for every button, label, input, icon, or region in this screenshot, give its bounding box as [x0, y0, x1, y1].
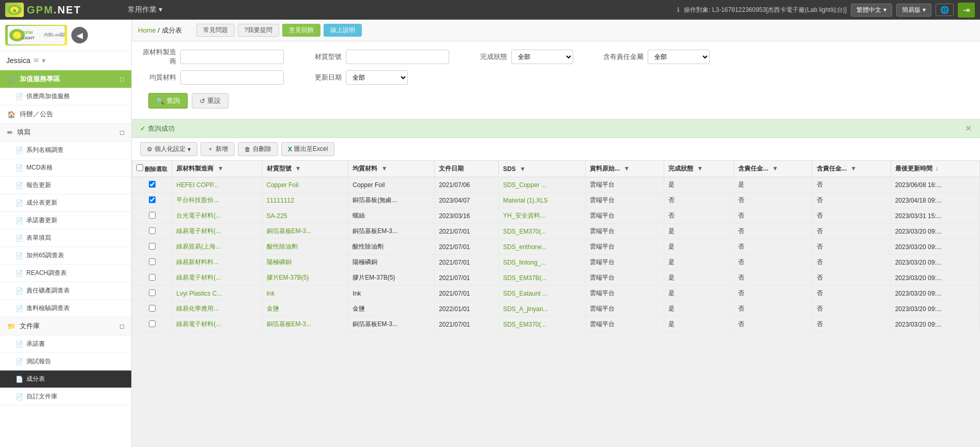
sidebar-back-btn[interactable]: ◀ — [71, 27, 88, 43]
filter-icon[interactable]: ▼ — [519, 165, 526, 173]
row-checkbox[interactable] — [149, 305, 156, 312]
material-type-link[interactable]: Copper Foil — [267, 181, 299, 189]
sidebar-item-report-update[interactable]: 📄 報告更新 — [0, 177, 131, 194]
sidebar-item-pending[interactable]: 🏠 待辦／公告 — [0, 105, 131, 124]
sidebar-item-supplier-service[interactable]: 📄 供應商加值服務 — [0, 88, 131, 105]
material-type-link[interactable]: 11111112 — [267, 197, 294, 204]
sds-link[interactable]: YH_安全資料... — [503, 212, 545, 219]
filter-icon[interactable]: ▼ — [624, 165, 630, 172]
exit-btn[interactable]: ⇥ — [958, 3, 975, 18]
feedback-btn[interactable]: 意見回饋 — [282, 24, 320, 37]
manufacturer-link[interactable]: 綠易新材料料... — [176, 258, 219, 266]
sidebar-item-formula-table[interactable]: 📄 成分表 — [0, 371, 131, 388]
material-type-input[interactable] — [346, 50, 449, 64]
sidebar-item-commitment-doc[interactable]: 📄 承諾書 — [0, 335, 131, 353]
sort-icon[interactable]: ↓ — [935, 165, 938, 172]
material-type-link[interactable]: SA-225 — [267, 212, 287, 220]
row-responsible-metal-2: 否 — [812, 270, 891, 286]
manufacturer-link[interactable]: 綠易化學應用... — [176, 305, 219, 312]
material-type-link[interactable]: 銅箔基板EM-3... — [267, 227, 312, 235]
row-checkbox[interactable] — [149, 274, 156, 281]
sidebar-item-responsible[interactable]: 📄 責任礦產調查表 — [0, 282, 131, 300]
material-type-link[interactable]: Ink — [267, 290, 275, 297]
delete-btn[interactable]: 🗑 自刪除 — [238, 142, 278, 156]
filter-icon[interactable]: ▼ — [295, 165, 301, 172]
reset-btn[interactable]: ↺ 重設 — [192, 93, 228, 109]
sidebar-section-doc-lib[interactable]: 📁 文件庫 □ — [0, 317, 131, 335]
sds-link[interactable]: SDS_A_jinyan... — [503, 305, 548, 313]
row-checkbox[interactable] — [149, 196, 156, 203]
filter-icon[interactable]: ▼ — [850, 165, 856, 172]
help-btn[interactable]: 線上說明 — [324, 24, 362, 37]
row-checkbox[interactable] — [149, 181, 156, 188]
sds-link[interactable]: Material (1).XLS — [503, 197, 548, 204]
add-btn[interactable]: ＋ 新增 — [201, 142, 235, 156]
material-type-link[interactable]: 金鹽 — [267, 305, 279, 312]
personalize-btn[interactable]: ⚙ 個人化設定 ▾ — [140, 142, 197, 156]
complete-status-select[interactable]: 全部 是 否 — [511, 50, 573, 64]
filter-icon[interactable]: ▼ — [218, 165, 224, 172]
row-checkbox[interactable] — [149, 320, 156, 327]
sidebar-item-commitment-update[interactable]: 📄 承諾書更新 — [0, 212, 131, 229]
row-checkbox[interactable] — [149, 243, 156, 250]
manufacturer-input[interactable] — [180, 50, 284, 64]
manufacturer-link[interactable]: 綠易電子材料(... — [176, 274, 221, 281]
homogeneous-input[interactable] — [180, 70, 284, 85]
row-checkbox[interactable] — [149, 227, 156, 234]
sidebar-item-formula-update[interactable]: 📄 成分表更新 — [0, 194, 131, 212]
row-checkbox[interactable] — [149, 258, 156, 265]
row-checkbox[interactable] — [149, 289, 156, 296]
material-type-link[interactable]: 陽極磷銅 — [267, 258, 292, 266]
globe-btn[interactable]: 🌐 — [936, 4, 954, 16]
sidebar-item-mcd[interactable]: 📄 MCD表格 — [0, 159, 131, 177]
manufacturer-link[interactable]: 綠易貿易(上海... — [176, 243, 221, 250]
responsible-metal-select[interactable]: 全部 是 否 — [648, 50, 710, 64]
ask-btn[interactable]: ?我要提問 — [238, 24, 280, 37]
sds-link[interactable]: SDS_EM37B(... — [503, 274, 547, 282]
common-tasks-menu[interactable]: 常用作業 ▾ — [128, 5, 162, 14]
success-close-btn[interactable]: ✕ — [965, 124, 972, 133]
manufacturer-link[interactable]: 平台科技股份... — [176, 196, 219, 204]
sds-link[interactable]: SDS_EM370(... — [503, 228, 546, 235]
sidebar-item-import-inspection[interactable]: 📄 進料檢驗調查表 — [0, 300, 131, 317]
filter-icon[interactable]: ▼ — [381, 165, 388, 172]
sidebar-item-ca65[interactable]: 📄 加州65調查表 — [0, 247, 131, 265]
select-all-checkbox[interactable] — [136, 164, 143, 171]
manufacturer-link[interactable]: 綠易電子材料(... — [176, 227, 221, 235]
sidebar-item-custom-lib[interactable]: 📄 自訂文件庫 — [0, 388, 131, 406]
manufacturer-link[interactable]: 綠易電子材料(... — [176, 320, 221, 328]
simple-mode-btn[interactable]: 簡易版 ▾ — [896, 4, 931, 17]
user-dropdown-icon[interactable]: ▾ — [42, 56, 45, 65]
sds-link[interactable]: SDS_EM370(... — [503, 321, 546, 328]
sidebar-section-fill[interactable]: ✏ 填寫 □ — [0, 124, 131, 142]
manufacturer-link[interactable]: Lvyi Plastics C... — [176, 290, 222, 297]
sidebar-section-added-value[interactable]: 🛒 加值服務專區 □ — [0, 70, 131, 88]
filter-icon[interactable]: ▼ — [772, 165, 778, 172]
breadcrumb-home[interactable]: Home — [138, 26, 156, 34]
material-type-link[interactable]: 銅箔基板EM-3... — [267, 320, 312, 328]
sidebar-item-reach[interactable]: 📄 REACH調查表 — [0, 265, 131, 282]
sidebar-item-test-report[interactable]: 📄 測試報告 — [0, 353, 131, 371]
language-btn[interactable]: 繁體中文 ▾ — [851, 4, 892, 17]
sidebar-item-form-fill[interactable]: 📄 表單填寫 — [0, 229, 131, 247]
material-type-link[interactable]: 膠片EM-37B(5) — [267, 274, 309, 281]
row-data-source: 雲端平台 — [586, 270, 664, 286]
faq-btn[interactable]: 常見問題 — [196, 24, 235, 37]
sds-link[interactable]: SDS_Eataunt ... — [503, 290, 547, 297]
sds-link[interactable]: SDS_enthone... — [503, 243, 547, 251]
manufacturer-link[interactable]: 台光電子材料(... — [176, 212, 221, 219]
search-icon: 🔍 — [156, 97, 164, 105]
row-manufacturer: HEFEI COPP... — [172, 177, 262, 193]
update-date-select[interactable]: 全部 — [346, 70, 408, 85]
row-homogeneous: 螺絲 — [348, 208, 435, 224]
sidebar-item-series-name[interactable]: 📄 系列名稱調查 — [0, 142, 131, 159]
filter-icon[interactable]: ▼ — [697, 165, 703, 172]
export-excel-btn[interactable]: X 匯出至Excel — [281, 142, 334, 156]
sds-link[interactable]: SDS_lintong_... — [503, 259, 546, 266]
row-material-type: 11111112 — [262, 193, 348, 208]
query-btn[interactable]: 🔍 查詢 — [148, 93, 188, 109]
sds-link[interactable]: SDS_Copper ... — [503, 181, 546, 189]
row-checkbox[interactable] — [149, 212, 156, 219]
material-type-link[interactable]: 酸性除油劑 — [267, 243, 298, 250]
manufacturer-link[interactable]: HEFEI COPP... — [176, 181, 218, 189]
